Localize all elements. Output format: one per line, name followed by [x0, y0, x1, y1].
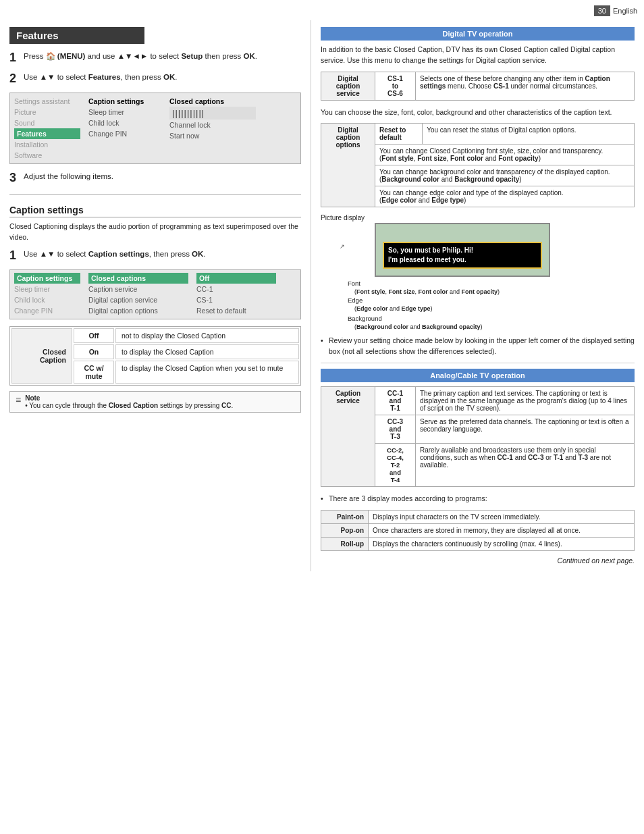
caption-settings-menu: Caption settings Sleep timer Child lock … [9, 269, 301, 319]
step-2: 2 Use ▲▼ to select Features, then press … [9, 72, 301, 86]
page-num-box: 30 [594, 5, 610, 16]
caption-service-cc3: CC-3 and T-3 [375, 415, 416, 443]
dc-options-row-3: You can change background color and tran… [375, 165, 635, 186]
step-1-text: Press 🏠 (MENU) and use ▲▼◄► to select Se… [24, 51, 299, 62]
menu-item-picture: Picture [14, 107, 80, 118]
caption-text-display: So, you must be Philip. Hi! I'm pleased … [383, 242, 542, 269]
menu-item-caption-settings: Caption settings [88, 96, 161, 107]
right-col-divider [321, 363, 635, 363]
caption-menu-item-child-lock: Child lock [14, 294, 80, 305]
caption-menu-item-digital-caption-options: Digital caption options [88, 305, 188, 316]
caption-menu-item-closed-captions: Closed captions [88, 273, 188, 284]
closed-caption-table: Closed Caption Off not to display the Cl… [9, 326, 301, 386]
caption-step-1: 1 Use ▲▼ to select Caption settings, the… [9, 249, 301, 263]
caption-settings-title: Caption settings [9, 205, 301, 217]
step-2-text: Use ▲▼ to select Features, then press OK… [24, 72, 299, 83]
menu-bars: ||||||||||| [169, 107, 256, 120]
note-content: Note • You can cycle through the Closed … [25, 394, 233, 409]
dc-options-row-1: Reset todefault [375, 124, 423, 145]
caption-menu-item-digital-caption-service: Digital caption service [88, 294, 188, 305]
diagram-labels: Font (Font style, Font size, Font color … [348, 280, 635, 330]
right-column: Digital TV operation In addition to the … [311, 20, 644, 571]
caption-line-2: I'm pleased to meet you. [388, 256, 466, 263]
picture-display-label: Picture display [321, 214, 635, 221]
features-title: Features [9, 27, 144, 44]
caption-menu-col-3: Off CC-1 CS-1 Reset to default [192, 270, 280, 319]
dc-options-row-2: You can change Closed Captioning font st… [375, 145, 635, 165]
analog-header: Analog/Cable TV operation [321, 369, 635, 382]
caption-step-1-text: Use ▲▼ to select Caption settings, then … [24, 249, 299, 260]
note-text: • You can cycle through the Closed Capti… [25, 402, 233, 409]
menu-item-software: Software [14, 150, 80, 161]
cc-option-off: Off [74, 328, 114, 343]
caption-service-cc1: CC-1 and T-1 [375, 386, 416, 415]
caption-menu-item-caption-service: Caption service [88, 284, 188, 294]
display-modes-table: Paint-on Displays input characters on th… [321, 510, 635, 551]
font-label-row: Font [348, 280, 635, 287]
roll-up-label: Roll-up [321, 537, 369, 550]
step-number-2: 2 [9, 72, 22, 86]
dc-options-label: Digital captionoptions [321, 124, 375, 207]
cc-desc-off: not to display the Closed Caption [115, 328, 299, 343]
menu-item-child-lock: Child lock [88, 118, 161, 128]
caption-settings-intro: Closed Captioning displays the audio por… [9, 221, 301, 243]
pop-on-desc: Once characters are stored in memory, th… [369, 523, 635, 537]
font-detail-row: (Font style, Font size, Font color and F… [354, 288, 635, 295]
page-language: English [613, 7, 637, 15]
menu-item-sleep-timer: Sleep timer [88, 107, 161, 118]
paint-on-desc: Displays input characters on the TV scre… [369, 510, 635, 523]
step-1: 1 Press 🏠 (MENU) and use ▲▼◄► to select … [9, 51, 301, 65]
caption-menu-item-caption-settings: Caption settings [14, 273, 80, 284]
dc-service-codes: CS-1toCS-6 [375, 72, 416, 100]
caption-service-label: Caption service [321, 386, 375, 486]
menu-col-1: Settings assistant Picture Sound Feature… [10, 93, 84, 163]
caption-menu-item-cs1: CS-1 [196, 294, 276, 305]
cc-desc-on: to display the Closed Caption [115, 344, 299, 359]
step-number-1: 1 [9, 51, 22, 65]
cc-desc-ccwmute: to display the Closed Caption when you s… [115, 361, 299, 384]
paint-on-label: Paint-on [321, 510, 369, 523]
caption-step-number-1: 1 [9, 249, 22, 263]
menu-item-sound: Sound [14, 118, 80, 128]
menu-item-channel-lock: Channel lock [169, 120, 256, 130]
dtv-header: Digital TV operation [321, 27, 635, 41]
dc-options-desc-1: You can reset the status of Digital capt… [423, 124, 635, 145]
pop-on-label: Pop-on [321, 523, 369, 537]
edge-label: Edge [348, 296, 363, 304]
menu-item-start-now: Start now [169, 130, 256, 141]
caption-service-cc3-desc: Serve as the preferred data channels. Th… [416, 415, 635, 443]
edge-detail-row: (Edge color and Edge type) [354, 305, 635, 312]
dtv-intro: In addition to the basic Closed Caption,… [321, 45, 635, 66]
caption-menu-col-1: Caption settings Sleep timer Child lock … [10, 270, 84, 319]
left-column: Features 1 Press 🏠 (MENU) and use ▲▼◄► t… [0, 20, 311, 571]
step-number-3: 3 [9, 171, 22, 185]
dc-service-label: Digital captionservice [321, 72, 375, 100]
picture-box: So, you must be Philip. Hi! I'm pleased … [375, 223, 550, 277]
roll-up-desc: Displays the characters continuously by … [369, 537, 635, 550]
dc-options-intro: You can choose the size, font, color, ba… [321, 107, 635, 118]
menu-item-change-pin: Change PIN [88, 128, 161, 139]
continued-text: Continued on next page. [321, 556, 635, 565]
closed-caption-label: Closed Caption [11, 328, 72, 384]
step-3: 3 Adjust the following items. [9, 171, 301, 185]
caption-service-cc1-desc: The primary caption and text services. T… [416, 386, 635, 415]
caption-service-cc2: CC-2, CC-4, T-2 and T-4 [375, 443, 416, 486]
edge-label-row: Edge [348, 296, 635, 304]
note-box: ≡ Note • You can cycle through the Close… [9, 391, 301, 413]
caption-menu-item-change-pin: Change PIN [14, 305, 80, 316]
caption-line-1: So, you must be Philip. Hi! [388, 246, 473, 254]
digital-caption-service-table: Digital captionservice CS-1toCS-6 Select… [321, 72, 635, 101]
note-label: Note [25, 394, 233, 402]
caption-menu-item-cc1: CC-1 [196, 284, 276, 294]
menu-item-features: Features [14, 128, 80, 139]
caption-service-table: Caption service CC-1 and T-1 The primary… [321, 386, 635, 487]
step-3-text: Adjust the following items. [24, 171, 299, 182]
features-menu: Settings assistant Picture Sound Feature… [9, 93, 301, 164]
background-label-row: Background [348, 315, 635, 322]
digital-caption-options-table: Digital captionoptions Reset todefault Y… [321, 123, 635, 207]
menu-col-2: Caption settings Sleep timer Child lock … [84, 93, 165, 163]
cc-option-ccwmute: CC w/mute [74, 361, 114, 384]
page-number: 30 English [594, 5, 637, 16]
menu-item-closed-captions: Closed captions [169, 96, 256, 107]
background-detail-row: (Background color and Background opacity… [354, 323, 635, 330]
